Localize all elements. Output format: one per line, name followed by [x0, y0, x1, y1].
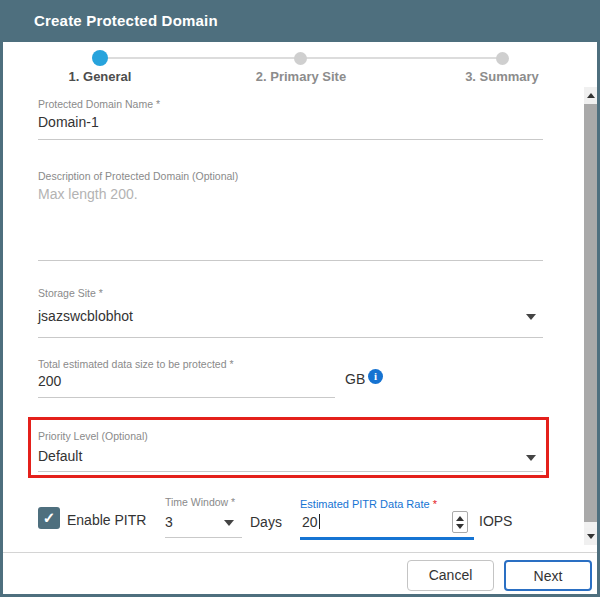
- priority-select[interactable]: Default: [38, 448, 82, 464]
- time-window-unit: Days: [250, 514, 282, 530]
- stepper-up-icon[interactable]: [456, 516, 464, 521]
- scrollbar-down-button[interactable]: [584, 528, 597, 545]
- enable-pitr-label: Enable PITR: [67, 512, 146, 528]
- checkmark-icon: ✓: [43, 509, 56, 526]
- domain-name-input[interactable]: Domain-1: [38, 114, 99, 130]
- time-window-label: Time Window *: [165, 496, 235, 508]
- scrollbar-thumb[interactable]: [584, 104, 597, 522]
- dialog-titlebar: Create Protected Domain: [0, 0, 600, 42]
- domain-name-underline: [38, 139, 543, 140]
- data-rate-stepper[interactable]: [452, 511, 468, 533]
- step-label-primary-site[interactable]: 2. Primary Site: [245, 69, 357, 84]
- description-label: Description of Protected Domain (Optiona…: [38, 170, 238, 182]
- data-size-underline: [38, 397, 335, 398]
- data-rate-value: 20: [302, 514, 318, 530]
- priority-highlight-box: [28, 417, 549, 478]
- storage-site-underline: [38, 337, 543, 338]
- step-dot-primary-site[interactable]: [294, 52, 307, 65]
- data-rate-input[interactable]: 20: [302, 514, 320, 530]
- data-size-label: Total estimated data size to be protecte…: [38, 358, 234, 370]
- step-dot-summary[interactable]: [496, 52, 509, 65]
- create-protected-domain-dialog: Create Protected Domain 1. General 2. Pr…: [0, 0, 600, 597]
- step-dot-general[interactable]: [92, 50, 108, 66]
- data-size-input[interactable]: 200: [38, 373, 61, 389]
- time-window-dropdown-icon[interactable]: [224, 520, 234, 526]
- step-label-general[interactable]: 1. General: [55, 69, 145, 84]
- text-caret: [319, 514, 320, 529]
- data-rate-label: Estimated PITR Data Rate *: [300, 498, 437, 510]
- storage-site-dropdown-icon[interactable]: [526, 314, 536, 320]
- cancel-button[interactable]: Cancel: [407, 560, 494, 591]
- storage-site-select[interactable]: jsazswcblobhot: [38, 308, 133, 324]
- info-icon[interactable]: i: [368, 369, 383, 384]
- step-label-summary[interactable]: 3. Summary: [452, 69, 552, 84]
- description-textarea[interactable]: Max length 200.: [38, 186, 138, 202]
- scrollbar-up-button[interactable]: [584, 87, 597, 104]
- domain-name-label: Protected Domain Name *: [38, 98, 160, 110]
- data-rate-focus-underline: [300, 537, 474, 540]
- next-button[interactable]: Next: [504, 560, 592, 591]
- footer-divider: [3, 552, 597, 553]
- data-size-unit: GB: [345, 371, 365, 387]
- description-underline: [38, 260, 543, 261]
- storage-site-label: Storage Site *: [38, 287, 103, 299]
- priority-underline: [38, 471, 543, 472]
- priority-dropdown-icon[interactable]: [526, 455, 536, 461]
- scroll-up-icon: [587, 93, 595, 98]
- data-rate-required-asterisk: *: [433, 498, 437, 510]
- data-rate-unit: IOPS: [479, 513, 512, 529]
- dialog-title: Create Protected Domain: [34, 0, 218, 42]
- enable-pitr-checkbox[interactable]: ✓: [38, 507, 60, 529]
- time-window-underline: [165, 537, 242, 538]
- stepper-down-icon[interactable]: [456, 524, 464, 529]
- scroll-down-icon: [587, 534, 595, 539]
- data-rate-label-text: Estimated PITR Data Rate: [300, 498, 430, 510]
- time-window-select[interactable]: 3: [165, 514, 173, 530]
- priority-label: Priority Level (Optional): [38, 430, 148, 442]
